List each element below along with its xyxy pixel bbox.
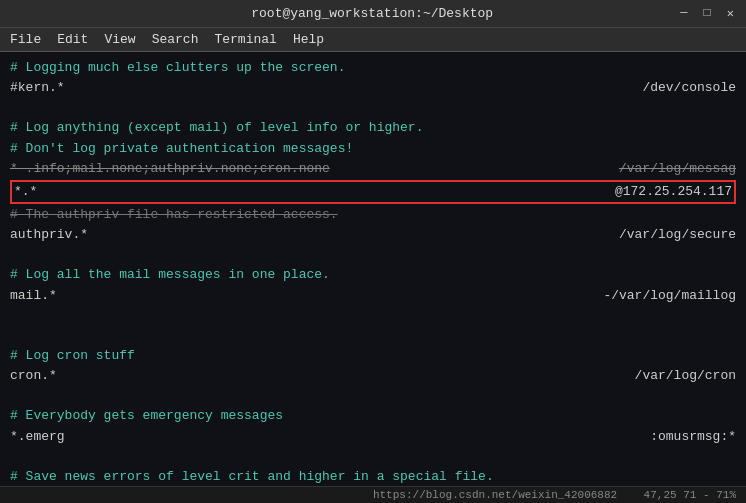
window-controls: ─ □ ✕ xyxy=(676,6,738,21)
line-blank-6 xyxy=(10,447,736,467)
menu-search[interactable]: Search xyxy=(152,32,199,47)
maximize-button[interactable]: □ xyxy=(700,6,715,21)
line-10: # Log cron stuff xyxy=(10,346,736,366)
line-8: # Log all the mail messages in one place… xyxy=(10,265,736,285)
line-blank-2 xyxy=(10,245,736,265)
menu-bar: File Edit View Search Terminal Help xyxy=(0,28,746,52)
line-12: # Everybody gets emergency messages xyxy=(10,406,736,426)
terminal-content: # Logging much else clutters up the scre… xyxy=(0,52,746,486)
line-1: # Logging much else clutters up the scre… xyxy=(10,58,736,78)
line-5: * .info;mail.none;authpriv.none;cron.non… xyxy=(10,159,736,179)
menu-file[interactable]: File xyxy=(10,32,41,47)
line-9: mail.* -/var/log/maillog xyxy=(10,286,736,306)
minimize-button[interactable]: ─ xyxy=(676,6,691,21)
line-3: # Log anything (except mail) of level in… xyxy=(10,118,736,138)
title-bar: root@yang_workstation:~/Desktop ─ □ ✕ xyxy=(0,0,746,28)
menu-view[interactable]: View xyxy=(104,32,135,47)
close-button[interactable]: ✕ xyxy=(723,6,738,21)
line-4: # Don't log private authentication messa… xyxy=(10,139,736,159)
line-6: # The authpriv file has restricted acces… xyxy=(10,205,736,225)
status-url: https://blog.csdn.net/weixin_42006882 xyxy=(373,489,617,501)
line-2: #kern.* /dev/console xyxy=(10,78,736,98)
line-13: *.emerg :omusrmsg:* xyxy=(10,427,736,447)
line-14: # Save news errors of level crit and hig… xyxy=(10,467,736,486)
status-bar: https://blog.csdn.net/weixin_42006882 47… xyxy=(0,486,746,503)
line-7: authpriv.* /var/log/secure xyxy=(10,225,736,245)
window-title: root@yang_workstation:~/Desktop xyxy=(68,6,676,21)
line-blank-5 xyxy=(10,386,736,406)
line-11: cron.* /var/log/cron xyxy=(10,366,736,386)
highlighted-line: *.* @172.25.254.117 xyxy=(10,180,736,204)
status-coords: 47,25 71 - 71% xyxy=(644,489,736,501)
line-blank-4 xyxy=(10,326,736,346)
line-blank-1 xyxy=(10,98,736,118)
menu-edit[interactable]: Edit xyxy=(57,32,88,47)
menu-terminal[interactable]: Terminal xyxy=(214,32,276,47)
menu-help[interactable]: Help xyxy=(293,32,324,47)
line-blank-3 xyxy=(10,306,736,326)
